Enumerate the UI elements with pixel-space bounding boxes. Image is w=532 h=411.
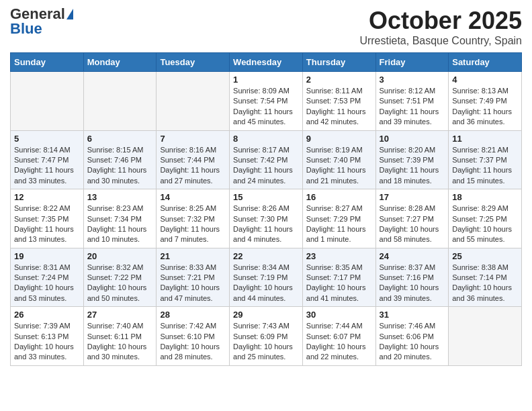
day-info: Sunrise: 7:43 AM Sunset: 6:09 PM Dayligh…: [233, 321, 299, 363]
logo-triangle-icon: [66, 9, 73, 19]
calendar-cell: 23Sunrise: 8:35 AM Sunset: 7:17 PM Dayli…: [302, 248, 375, 307]
calendar-cell: 22Sunrise: 8:34 AM Sunset: 7:19 PM Dayli…: [230, 248, 303, 307]
calendar-cell: 20Sunrise: 8:32 AM Sunset: 7:22 PM Dayli…: [83, 248, 157, 307]
calendar-cell: 14Sunrise: 8:25 AM Sunset: 7:32 PM Dayli…: [157, 189, 230, 248]
day-info: Sunrise: 8:12 AM Sunset: 7:51 PM Dayligh…: [380, 86, 445, 128]
day-info: Sunrise: 8:23 AM Sunset: 7:34 PM Dayligh…: [87, 203, 153, 245]
day-info: Sunrise: 8:21 AM Sunset: 7:37 PM Dayligh…: [452, 145, 518, 187]
calendar-cell: [11, 72, 84, 131]
day-info: Sunrise: 7:44 AM Sunset: 6:07 PM Dayligh…: [306, 321, 372, 363]
calendar-cell: [449, 307, 522, 366]
day-number: 11: [452, 134, 518, 144]
calendar-cell: 26Sunrise: 7:39 AM Sunset: 6:13 PM Dayli…: [11, 307, 84, 366]
calendar-cell: 25Sunrise: 8:38 AM Sunset: 7:14 PM Dayli…: [449, 248, 522, 307]
day-number: 18: [452, 192, 518, 202]
calendar-cell: 10Sunrise: 8:20 AM Sunset: 7:39 PM Dayli…: [375, 130, 449, 189]
calendar-cell: 24Sunrise: 8:37 AM Sunset: 7:16 PM Dayli…: [375, 248, 449, 307]
day-info: Sunrise: 8:14 AM Sunset: 7:47 PM Dayligh…: [14, 145, 80, 187]
calendar-cell: 2Sunrise: 8:11 AM Sunset: 7:53 PM Daylig…: [302, 72, 375, 131]
day-info: Sunrise: 8:27 AM Sunset: 7:29 PM Dayligh…: [306, 203, 372, 245]
day-number: 4: [452, 75, 518, 85]
calendar-cell: 9Sunrise: 8:19 AM Sunset: 7:40 PM Daylig…: [302, 130, 375, 189]
day-info: Sunrise: 8:15 AM Sunset: 7:46 PM Dayligh…: [87, 145, 153, 187]
day-number: 30: [306, 310, 372, 320]
calendar-week-row: 19Sunrise: 8:31 AM Sunset: 7:24 PM Dayli…: [11, 248, 522, 307]
day-number: 12: [14, 192, 80, 202]
calendar-cell: 1Sunrise: 8:09 AM Sunset: 7:54 PM Daylig…: [230, 72, 303, 131]
day-number: 7: [160, 134, 226, 144]
day-info: Sunrise: 8:26 AM Sunset: 7:30 PM Dayligh…: [233, 203, 299, 245]
day-info: Sunrise: 8:19 AM Sunset: 7:40 PM Dayligh…: [306, 145, 372, 187]
day-info: Sunrise: 8:09 AM Sunset: 7:54 PM Dayligh…: [233, 86, 299, 128]
calendar-cell: 12Sunrise: 8:22 AM Sunset: 7:35 PM Dayli…: [11, 189, 84, 248]
calendar-cell: [83, 72, 157, 131]
calendar-cell: 6Sunrise: 8:15 AM Sunset: 7:46 PM Daylig…: [83, 130, 157, 189]
calendar-cell: 19Sunrise: 8:31 AM Sunset: 7:24 PM Dayli…: [11, 248, 84, 307]
calendar-cell: 11Sunrise: 8:21 AM Sunset: 7:37 PM Dayli…: [449, 130, 522, 189]
calendar-cell: 16Sunrise: 8:27 AM Sunset: 7:29 PM Dayli…: [302, 189, 375, 248]
calendar-week-row: 1Sunrise: 8:09 AM Sunset: 7:54 PM Daylig…: [11, 72, 522, 131]
calendar-week-row: 12Sunrise: 8:22 AM Sunset: 7:35 PM Dayli…: [11, 189, 522, 248]
day-number: 1: [233, 75, 299, 85]
day-number: 15: [233, 192, 299, 202]
calendar-week-row: 26Sunrise: 7:39 AM Sunset: 6:13 PM Dayli…: [11, 307, 522, 366]
day-number: 6: [87, 134, 153, 144]
day-info: Sunrise: 8:37 AM Sunset: 7:16 PM Dayligh…: [380, 263, 445, 304]
calendar-table: SundayMondayTuesdayWednesdayThursdayFrid…: [10, 52, 522, 366]
day-number: 2: [306, 75, 372, 85]
day-info: Sunrise: 8:25 AM Sunset: 7:32 PM Dayligh…: [160, 203, 226, 245]
page-title: October 2025: [359, 7, 522, 35]
day-number: 29: [233, 310, 299, 320]
day-number: 3: [380, 75, 445, 85]
day-info: Sunrise: 8:16 AM Sunset: 7:44 PM Dayligh…: [160, 145, 226, 187]
day-number: 26: [14, 310, 80, 320]
calendar-cell: 3Sunrise: 8:12 AM Sunset: 7:51 PM Daylig…: [375, 72, 449, 131]
calendar-cell: 21Sunrise: 8:33 AM Sunset: 7:21 PM Dayli…: [157, 248, 230, 307]
day-number: 25: [452, 251, 518, 261]
day-number: 22: [233, 251, 299, 261]
calendar-cell: 13Sunrise: 8:23 AM Sunset: 7:34 PM Dayli…: [83, 189, 157, 248]
calendar-cell: 5Sunrise: 8:14 AM Sunset: 7:47 PM Daylig…: [11, 130, 84, 189]
day-number: 16: [306, 192, 372, 202]
day-info: Sunrise: 8:35 AM Sunset: 7:17 PM Dayligh…: [306, 263, 372, 304]
day-number: 9: [306, 134, 372, 144]
day-info: Sunrise: 8:32 AM Sunset: 7:22 PM Dayligh…: [87, 263, 153, 304]
calendar-cell: 31Sunrise: 7:46 AM Sunset: 6:06 PM Dayli…: [375, 307, 449, 366]
calendar-cell: 8Sunrise: 8:17 AM Sunset: 7:42 PM Daylig…: [230, 130, 303, 189]
calendar-cell: 4Sunrise: 8:13 AM Sunset: 7:49 PM Daylig…: [449, 72, 522, 131]
day-number: 27: [87, 310, 153, 320]
day-number: 8: [233, 134, 299, 144]
day-info: Sunrise: 7:46 AM Sunset: 6:06 PM Dayligh…: [380, 321, 445, 363]
col-header-thursday: Thursday: [302, 53, 375, 72]
day-number: 28: [160, 310, 226, 320]
calendar-header-row: SundayMondayTuesdayWednesdayThursdayFrid…: [11, 53, 522, 72]
logo-general-text: General: [10, 7, 65, 21]
day-info: Sunrise: 8:38 AM Sunset: 7:14 PM Dayligh…: [452, 263, 518, 304]
col-header-saturday: Saturday: [449, 53, 522, 72]
day-number: 24: [380, 251, 445, 261]
col-header-monday: Monday: [83, 53, 157, 72]
page-subtitle: Urrestieta, Basque Country, Spain: [359, 35, 522, 47]
day-number: 5: [14, 134, 80, 144]
calendar-cell: 7Sunrise: 8:16 AM Sunset: 7:44 PM Daylig…: [157, 130, 230, 189]
calendar-cell: 17Sunrise: 8:28 AM Sunset: 7:27 PM Dayli…: [375, 189, 449, 248]
day-number: 21: [160, 251, 226, 261]
title-block: October 2025 Urrestieta, Basque Country,…: [359, 7, 522, 47]
calendar-cell: 15Sunrise: 8:26 AM Sunset: 7:30 PM Dayli…: [230, 189, 303, 248]
day-number: 13: [87, 192, 153, 202]
day-info: Sunrise: 8:13 AM Sunset: 7:49 PM Dayligh…: [452, 86, 518, 128]
day-info: Sunrise: 8:22 AM Sunset: 7:35 PM Dayligh…: [14, 203, 80, 245]
day-info: Sunrise: 8:31 AM Sunset: 7:24 PM Dayligh…: [14, 263, 80, 304]
calendar-cell: 29Sunrise: 7:43 AM Sunset: 6:09 PM Dayli…: [230, 307, 303, 366]
day-info: Sunrise: 7:42 AM Sunset: 6:10 PM Dayligh…: [160, 321, 226, 363]
logo-blue-text: Blue: [10, 21, 42, 36]
day-number: 20: [87, 251, 153, 261]
day-info: Sunrise: 8:11 AM Sunset: 7:53 PM Dayligh…: [306, 86, 372, 128]
logo: General Blue: [10, 7, 73, 36]
col-header-wednesday: Wednesday: [230, 53, 303, 72]
day-info: Sunrise: 8:29 AM Sunset: 7:25 PM Dayligh…: [452, 203, 518, 245]
day-info: Sunrise: 8:20 AM Sunset: 7:39 PM Dayligh…: [380, 145, 445, 187]
day-number: 23: [306, 251, 372, 261]
day-info: Sunrise: 8:28 AM Sunset: 7:27 PM Dayligh…: [380, 203, 445, 245]
col-header-sunday: Sunday: [11, 53, 84, 72]
